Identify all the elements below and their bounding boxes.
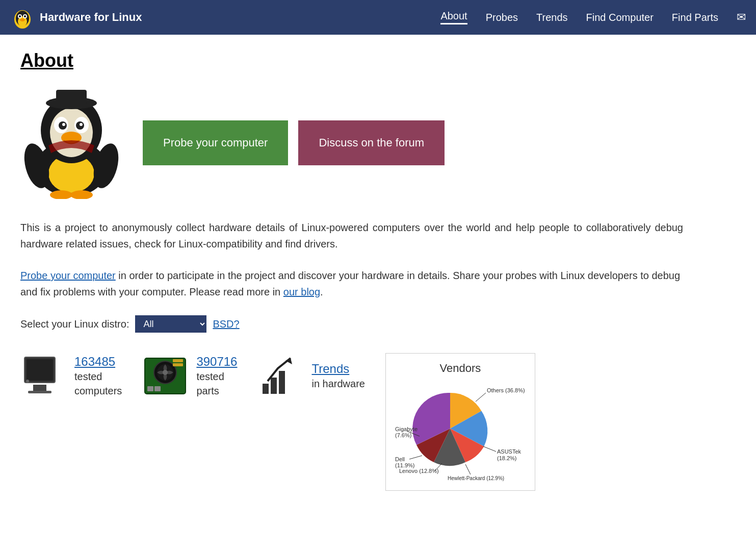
parts-count[interactable]: 390716 <box>196 355 237 369</box>
svg-rect-35 <box>154 386 161 391</box>
parts-label-1: tested <box>196 370 237 383</box>
svg-line-42 <box>476 393 486 402</box>
svg-text:ASUSTek: ASUSTek <box>497 448 522 455</box>
computers-count[interactable]: 163485 <box>74 355 122 369</box>
computers-stat-text: 163485 tested computers <box>74 355 122 397</box>
svg-point-5 <box>19 15 21 17</box>
svg-point-17 <box>80 123 83 126</box>
svg-point-6 <box>24 15 26 17</box>
hero-buttons: Probe your computer Discuss on the forum <box>143 120 445 166</box>
svg-text:(7.6%): (7.6%) <box>395 432 411 438</box>
stats-section: 163485 tested computers <box>20 353 693 491</box>
parts-icon <box>142 353 188 399</box>
svg-rect-38 <box>263 384 269 394</box>
header: Hardware for Linux About Probes Trends F… <box>0 0 756 35</box>
svg-rect-29 <box>28 391 51 393</box>
svg-point-16 <box>62 123 65 126</box>
svg-text:Hewlett-Packard (12.9%): Hewlett-Packard (12.9%) <box>448 475 504 481</box>
svg-rect-40 <box>279 371 285 394</box>
pie-chart: Others (36.8%) ASUSTek (18.2%) Hewlett-P… <box>394 380 527 482</box>
nav-probes[interactable]: Probes <box>486 12 518 23</box>
svg-rect-37 <box>173 363 183 366</box>
svg-line-47 <box>465 464 471 474</box>
main-nav: About Probes Trends Find Computer Find P… <box>440 10 746 24</box>
description-2-end: . <box>320 286 323 297</box>
site-title: Hardware for Linux <box>40 11 142 24</box>
svg-point-33 <box>163 370 168 375</box>
description-2: Probe your computer in order to particip… <box>20 267 683 300</box>
svg-marker-41 <box>285 358 292 364</box>
distro-selector: Select your Linux distro: All Ubuntu Deb… <box>20 315 693 333</box>
hero-section: Probe your computer Discuss on the forum <box>20 87 693 199</box>
blog-link[interactable]: our blog <box>283 286 320 297</box>
parts-label-2: parts <box>196 384 237 397</box>
nav-trends[interactable]: Trends <box>536 12 568 23</box>
trends-stat-text: Trends in hardware <box>311 362 365 390</box>
tux-mascot <box>20 87 122 199</box>
trends-stat: Trends in hardware <box>257 353 365 399</box>
computer-icon <box>20 353 66 399</box>
probe-computer-link[interactable]: Probe your computer <box>20 270 116 281</box>
svg-rect-26 <box>27 359 53 381</box>
nav-find-parts[interactable]: Find Parts <box>672 12 718 23</box>
svg-rect-36 <box>173 359 183 362</box>
main-content: About <box>0 35 714 506</box>
svg-text:(11.9%): (11.9%) <box>395 462 415 468</box>
trends-link[interactable]: Trends <box>311 362 365 376</box>
distro-select[interactable]: All Ubuntu Debian Fedora Arch <box>135 315 206 333</box>
computers-stat: 163485 tested computers <box>20 353 122 399</box>
trends-icon <box>257 353 303 399</box>
email-icon[interactable]: ✉ <box>737 11 746 24</box>
forum-button[interactable]: Discuss on the forum <box>298 120 445 166</box>
logo-icon <box>10 5 35 30</box>
trends-sub: in hardware <box>311 377 365 390</box>
svg-rect-34 <box>147 386 153 391</box>
svg-text:Lenovo (12.8%): Lenovo (12.8%) <box>399 468 439 474</box>
distro-label: Select your Linux distro: <box>20 318 129 330</box>
vendors-chart: Vendors <box>385 353 535 491</box>
svg-line-51 <box>409 456 422 459</box>
site-logo[interactable]: Hardware for Linux <box>10 5 142 30</box>
svg-point-7 <box>20 18 25 21</box>
computers-label-1: tested <box>74 370 122 383</box>
parts-stat: 390716 tested parts <box>142 353 237 399</box>
svg-line-44 <box>483 446 496 452</box>
description-2-text: in order to participate in the project a… <box>20 270 680 297</box>
svg-text:(18.2%): (18.2%) <box>497 455 517 461</box>
nav-about[interactable]: About <box>440 10 467 24</box>
svg-rect-39 <box>271 378 277 394</box>
page-title: About <box>20 50 693 71</box>
svg-rect-24 <box>56 90 87 104</box>
description-1: This is a project to anonymously collect… <box>20 219 683 252</box>
svg-text:Gigabyte: Gigabyte <box>395 426 418 432</box>
computers-label-2: computers <box>74 384 122 397</box>
parts-stat-text: 390716 tested parts <box>196 355 237 397</box>
svg-rect-28 <box>33 385 46 391</box>
svg-text:Dell: Dell <box>395 456 405 462</box>
svg-text:Others (36.8%): Others (36.8%) <box>487 387 525 393</box>
pie-svg: Others (36.8%) ASUSTek (18.2%) Hewlett-P… <box>394 380 527 482</box>
nav-find-computer[interactable]: Find Computer <box>586 12 654 23</box>
probe-computer-button[interactable]: Probe your computer <box>143 120 288 166</box>
vendors-title: Vendors <box>394 362 527 375</box>
svg-point-27 <box>26 380 29 383</box>
bsd-link[interactable]: BSD? <box>213 318 239 330</box>
